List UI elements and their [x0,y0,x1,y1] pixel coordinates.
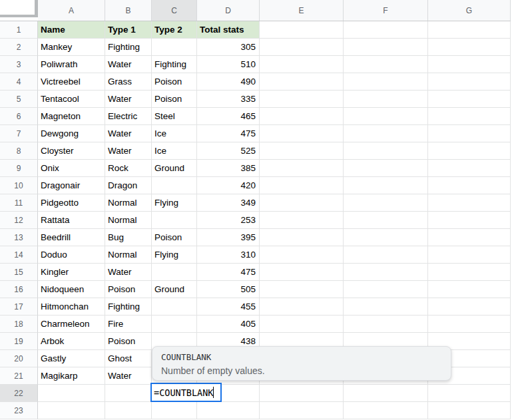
row-header-23[interactable]: 23 [0,402,38,419]
column-header-D[interactable]: D [197,0,260,21]
cell-A6[interactable]: Magneton [38,108,105,125]
cell-D18[interactable]: 405 [197,315,260,333]
cell-D16[interactable]: 505 [197,281,260,298]
cell-G23[interactable] [428,402,511,419]
cell-A2[interactable]: Mankey [38,39,105,56]
row-header-5[interactable]: 5 [0,91,38,108]
cell-A21[interactable]: Magikarp [38,367,105,385]
cell-B7[interactable]: Water [105,125,152,142]
cell-D23[interactable] [197,402,260,419]
cell-C16[interactable]: Ground [152,281,197,298]
cell-F5[interactable] [344,91,428,108]
cell-A12[interactable]: Rattata [38,212,105,229]
cell-D2[interactable]: 305 [197,39,260,56]
cell-E8[interactable] [260,142,344,160]
cell-C11[interactable]: Flying [152,194,197,212]
cell-C3[interactable]: Fighting [152,56,197,73]
cell-G2[interactable] [428,39,511,56]
row-header-22[interactable]: 22 [0,385,38,402]
cell-E16[interactable] [260,281,344,298]
cell-G15[interactable] [428,264,511,281]
cell-A18[interactable]: Charmeleon [38,315,105,333]
row-header-13[interactable]: 13 [0,229,38,246]
cell-E10[interactable] [260,177,344,194]
cell-E17[interactable] [260,298,344,315]
cell-G17[interactable] [428,298,511,315]
cell-D17[interactable]: 455 [197,298,260,315]
cell-F8[interactable] [344,142,428,160]
cell-E23[interactable] [260,402,344,419]
row-header-1[interactable]: 1 [0,21,38,39]
row-header-14[interactable]: 14 [0,246,38,264]
cell-C17[interactable] [152,298,197,315]
row-header-20[interactable]: 20 [0,350,38,367]
cell-A16[interactable]: Nidoqueen [38,281,105,298]
cell-D15[interactable]: 475 [197,264,260,281]
cell-B14[interactable]: Normal [105,246,152,264]
cell-C1[interactable]: Type 2 [152,21,197,39]
select-all-corner[interactable] [0,0,38,21]
cell-G10[interactable] [428,177,511,194]
cell-A8[interactable]: Cloyster [38,142,105,160]
cell-F1[interactable] [344,21,428,39]
cell-B4[interactable]: Grass [105,73,152,91]
cell-A4[interactable]: Victreebel [38,73,105,91]
cell-A5[interactable]: Tentacool [38,91,105,108]
cell-E9[interactable] [260,160,344,177]
cell-B22[interactable] [105,385,152,402]
cell-E13[interactable] [260,229,344,246]
cell-G13[interactable] [428,229,511,246]
cell-F16[interactable] [344,281,428,298]
cell-F23[interactable] [344,402,428,419]
cell-B16[interactable]: Poison [105,281,152,298]
cell-E18[interactable] [260,315,344,333]
cell-G5[interactable] [428,91,511,108]
cell-C8[interactable]: Ice [152,142,197,160]
cell-B12[interactable]: Normal [105,212,152,229]
cell-A9[interactable]: Onix [38,160,105,177]
cell-G7[interactable] [428,125,511,142]
row-header-8[interactable]: 8 [0,142,38,160]
cell-D10[interactable]: 420 [197,177,260,194]
cell-B8[interactable]: Water [105,142,152,160]
cell-B13[interactable]: Bug [105,229,152,246]
formula-edit-cell[interactable]: =COUNTBLANK [150,383,222,402]
cell-D3[interactable]: 510 [197,56,260,73]
cell-F6[interactable] [344,108,428,125]
cell-C13[interactable]: Poison [152,229,197,246]
cell-A15[interactable]: Kingler [38,264,105,281]
cell-D13[interactable]: 395 [197,229,260,246]
cell-B15[interactable]: Water [105,264,152,281]
cell-C18[interactable] [152,315,197,333]
cell-A17[interactable]: Hitmonchan [38,298,105,315]
cell-E6[interactable] [260,108,344,125]
cell-F7[interactable] [344,125,428,142]
cell-E5[interactable] [260,91,344,108]
row-header-11[interactable]: 11 [0,194,38,212]
cell-B19[interactable]: Poison [105,333,152,350]
cell-F15[interactable] [344,264,428,281]
cell-E15[interactable] [260,264,344,281]
column-header-A[interactable]: A [38,0,105,21]
cell-B5[interactable]: Water [105,91,152,108]
cell-G14[interactable] [428,246,511,264]
cell-E2[interactable] [260,39,344,56]
row-header-17[interactable]: 17 [0,298,38,315]
cell-A20[interactable]: Gastly [38,350,105,367]
cell-F2[interactable] [344,39,428,56]
row-header-19[interactable]: 19 [0,333,38,350]
cell-A7[interactable]: Dewgong [38,125,105,142]
row-header-7[interactable]: 7 [0,125,38,142]
cell-F12[interactable] [344,212,428,229]
cell-B21[interactable]: Water [105,367,152,385]
column-header-E[interactable]: E [260,0,344,21]
row-header-2[interactable]: 2 [0,39,38,56]
row-header-9[interactable]: 9 [0,160,38,177]
cell-A13[interactable]: Beedrill [38,229,105,246]
cell-F18[interactable] [344,315,428,333]
cell-F11[interactable] [344,194,428,212]
cell-A11[interactable]: Pidgeotto [38,194,105,212]
cell-G3[interactable] [428,56,511,73]
cell-C5[interactable]: Poison [152,91,197,108]
cell-G6[interactable] [428,108,511,125]
